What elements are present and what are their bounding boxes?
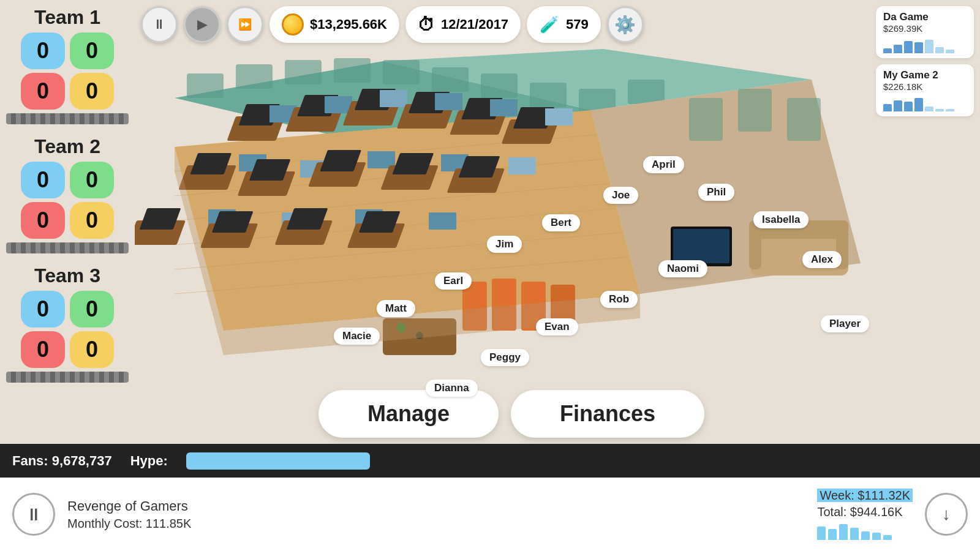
team-1-red: 0 bbox=[21, 73, 65, 110]
revenue-bar bbox=[839, 524, 848, 540]
team-2-red: 0 bbox=[21, 202, 65, 239]
team-1-section: Team 1 0 0 0 0 bbox=[6, 6, 129, 124]
team-3-bottom-stats: 0 0 bbox=[6, 331, 129, 368]
team-2-green: 0 bbox=[70, 162, 114, 198]
total-revenue: Total: $944.16K bbox=[817, 505, 913, 519]
team-3-green: 0 bbox=[70, 291, 114, 328]
pause-button[interactable]: ⏸ bbox=[141, 6, 178, 43]
revenue-bar bbox=[850, 528, 859, 540]
employee-label-matt: Matt bbox=[377, 300, 415, 317]
money-value: $13,295.66K bbox=[310, 17, 387, 32]
mini-bar bbox=[904, 41, 913, 53]
mini-bar bbox=[925, 40, 933, 53]
employee-label-evan: Evan bbox=[536, 318, 578, 335]
bottom-buttons: Manage Finances bbox=[135, 390, 888, 438]
employee-label-naomi: Naomi bbox=[658, 260, 707, 277]
team-1-green: 0 bbox=[70, 32, 114, 69]
chart-card-1: My Game 2$226.18K bbox=[876, 64, 974, 116]
team-3-progress bbox=[6, 372, 129, 383]
hype-label: Hype: bbox=[130, 453, 168, 469]
gear-icon: ⚙️ bbox=[614, 15, 636, 35]
team-2-bottom-stats: 0 0 bbox=[6, 202, 129, 239]
revenue-bar bbox=[828, 529, 837, 540]
date-display: ⏱ 12/21/2017 bbox=[405, 6, 521, 43]
mini-bar bbox=[946, 109, 954, 111]
chart-card-0: Da Game$269.39K bbox=[876, 6, 974, 58]
svg-rect-67 bbox=[429, 212, 456, 230]
employee-label-dianna: Dianna bbox=[426, 380, 478, 397]
team-2-title: Team 2 bbox=[6, 135, 129, 158]
svg-rect-7 bbox=[432, 67, 469, 92]
mini-bar bbox=[935, 47, 944, 53]
team-1-blue: 0 bbox=[21, 32, 65, 69]
employee-label-macie: Macie bbox=[334, 328, 380, 345]
mini-bar bbox=[914, 98, 923, 111]
research-value: 579 bbox=[566, 17, 589, 32]
money-display: $13,295.66K bbox=[270, 6, 399, 43]
chart-title-0: Da Game bbox=[883, 11, 967, 23]
chart-title-1: My Game 2 bbox=[883, 69, 967, 81]
team-2-progress bbox=[6, 242, 129, 253]
finances-button[interactable]: Finances bbox=[511, 390, 704, 438]
fast-forward-button[interactable]: ⏩ bbox=[227, 6, 263, 43]
revenue-bar bbox=[883, 535, 892, 540]
employee-label-april: April bbox=[643, 156, 684, 173]
team-2-section: Team 2 0 0 0 0 bbox=[6, 135, 129, 253]
svg-rect-14 bbox=[738, 89, 772, 132]
settings-button[interactable]: ⚙️ bbox=[607, 6, 644, 43]
revenue-bar bbox=[872, 533, 881, 540]
down-button[interactable]: ↓ bbox=[925, 493, 968, 536]
mini-bars-0 bbox=[883, 36, 967, 53]
svg-rect-11 bbox=[628, 80, 665, 104]
coin-icon bbox=[282, 13, 304, 36]
team-3-title: Team 3 bbox=[6, 264, 129, 287]
team-2-blue: 0 bbox=[21, 162, 65, 198]
svg-rect-40 bbox=[545, 108, 573, 126]
team-3-blue: 0 bbox=[21, 291, 65, 328]
flask-icon: 🧪 bbox=[539, 14, 560, 35]
svg-rect-9 bbox=[530, 83, 567, 107]
revenue-bar bbox=[817, 527, 826, 540]
employee-label-joe: Joe bbox=[603, 187, 638, 204]
mini-bar bbox=[883, 104, 892, 111]
svg-rect-77 bbox=[673, 229, 729, 263]
chart-value-0: $269.39K bbox=[883, 23, 967, 34]
employee-label-peggy: Peggy bbox=[481, 349, 529, 366]
monthly-cost: Monthly Cost: 111.85K bbox=[67, 517, 799, 531]
svg-rect-31 bbox=[380, 90, 407, 107]
mini-bar bbox=[894, 100, 902, 111]
team-3-yellow: 0 bbox=[70, 331, 114, 368]
team-1-yellow: 0 bbox=[70, 73, 114, 110]
financial-info: Week: $111.32K Total: $944.16K bbox=[817, 489, 913, 540]
team-3-section: Team 3 0 0 0 0 bbox=[6, 264, 129, 383]
left-panel: Team 1 0 0 0 0 Team 2 0 0 0 0 Team 3 0 bbox=[0, 0, 135, 435]
revenue-bar bbox=[861, 531, 870, 540]
research-display: 🧪 579 bbox=[527, 6, 601, 43]
right-panel: Da Game$269.39KMy Game 2$226.18K bbox=[876, 6, 974, 122]
team-2-top-stats: 0 0 bbox=[6, 162, 129, 198]
mini-bar bbox=[894, 45, 902, 53]
svg-rect-5 bbox=[334, 58, 371, 83]
svg-rect-34 bbox=[435, 93, 462, 110]
svg-rect-3 bbox=[236, 64, 273, 89]
hype-bar bbox=[186, 452, 370, 470]
bottom-pause-button[interactable]: ⏸ bbox=[12, 493, 55, 536]
svg-rect-6 bbox=[383, 60, 420, 84]
bottom-panel: ⏸ Revenge of Gamers Monthly Cost: 111.85… bbox=[0, 478, 980, 551]
svg-rect-13 bbox=[689, 98, 723, 141]
mini-bar bbox=[925, 107, 933, 111]
week-highlight: Week: $111.32K bbox=[817, 489, 913, 502]
revenue-bars bbox=[817, 522, 913, 540]
svg-rect-8 bbox=[481, 73, 518, 98]
team-1-bottom-stats: 0 0 bbox=[6, 73, 129, 110]
fans-display: Fans: 9,678,737 bbox=[12, 453, 112, 469]
manage-button[interactable]: Manage bbox=[318, 390, 499, 438]
employee-label-jim: Jim bbox=[487, 236, 522, 253]
svg-rect-28 bbox=[325, 96, 352, 113]
team-3-red: 0 bbox=[21, 331, 65, 368]
mini-bar bbox=[935, 109, 944, 111]
mini-bar bbox=[914, 42, 923, 53]
employee-label-earl: Earl bbox=[435, 272, 472, 290]
status-bar: Fans: 9,678,737 Hype: bbox=[0, 444, 980, 478]
play-button[interactable]: ▶ bbox=[184, 6, 221, 43]
